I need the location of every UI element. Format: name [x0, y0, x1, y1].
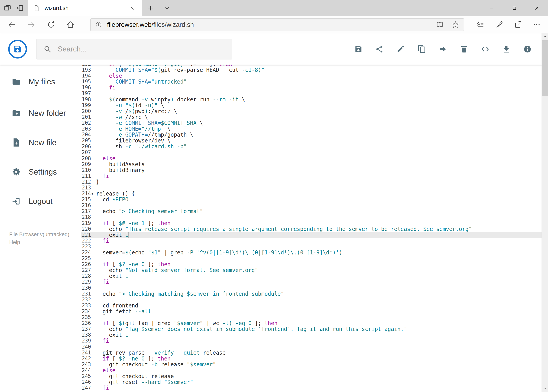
code-line-244[interactable]: 244 else — [81, 367, 541, 373]
sidebar-item-logout[interactable]: Logout — [0, 191, 81, 211]
sidebar-item-settings[interactable]: Settings — [0, 162, 81, 182]
favorites-hub-button[interactable] — [471, 18, 490, 32]
code-line-239[interactable]: 239 fi — [81, 338, 541, 344]
code-line-215[interactable]: 215 cd $REPO — [81, 196, 541, 202]
delete-button[interactable] — [458, 43, 470, 55]
home-button[interactable] — [61, 18, 80, 32]
code-line-206[interactable]: 206 sh -c "./wizard.sh -b" — [81, 143, 541, 149]
tab-close-icon[interactable] — [128, 4, 137, 13]
set-tabs-aside-icon[interactable] — [15, 4, 24, 13]
code-line-195[interactable]: 195 COMMIT_SHA="untracked" — [81, 79, 541, 84]
share-button[interactable] — [508, 18, 527, 32]
code-line-225[interactable]: 225 — [81, 255, 541, 261]
rename-button[interactable] — [395, 43, 406, 55]
code-line-241[interactable]: 241 git rev-parse --verify --quiet relea… — [81, 350, 541, 356]
new-tab-button[interactable] — [142, 0, 159, 16]
raw-editor-button[interactable] — [479, 43, 491, 55]
share-button[interactable] — [374, 43, 385, 55]
scrollbar-thumb[interactable] — [542, 40, 548, 96]
code-line-234[interactable]: 234 git fetch --all — [81, 308, 541, 314]
code-line-243[interactable]: 243 git checkout -b release "$semver" — [81, 362, 541, 367]
save-button[interactable] — [353, 43, 364, 55]
code-line-231[interactable]: 231 echo "> Checking matching $semver in… — [81, 291, 541, 297]
help-link[interactable]: Help — [9, 238, 69, 246]
search-input[interactable] — [57, 45, 225, 53]
code-line-204[interactable]: 204 -e GOPATH=//tmp/gopath \ — [81, 132, 541, 138]
favorite-star-icon[interactable] — [451, 21, 459, 28]
code-line-247[interactable]: 247 fi — [81, 385, 541, 391]
code-line-210[interactable]: 210 buildBinary — [81, 167, 541, 173]
code-line-220[interactable]: 220 echo "This release script requires a… — [81, 226, 541, 232]
info-button[interactable] — [522, 43, 533, 55]
code-line-197[interactable]: 197 — [81, 91, 541, 96]
browser-tab-active[interactable]: wizard.sh — [28, 0, 142, 16]
more-menu-button[interactable] — [527, 18, 546, 32]
code-line-242[interactable]: 242 if [ $? -ne 0 ]; then — [81, 356, 541, 362]
code-line-218[interactable]: 218 — [81, 214, 541, 220]
code-line-196[interactable]: 196 fi — [81, 84, 541, 91]
code-line-216[interactable]: 216 — [81, 202, 541, 208]
code-line-245[interactable]: 245 git checkout release — [81, 373, 541, 379]
code-line-203[interactable]: 203 -e HOME="//tmp" \ — [81, 126, 541, 132]
back-button[interactable] — [2, 18, 21, 32]
code-line-200[interactable]: 200 -v /$(pwd):/src:z \ — [81, 108, 541, 114]
code-line-201[interactable]: 201 -w //src \ — [81, 114, 541, 120]
url-text[interactable]: filebrowser.web/files/wizard.sh — [107, 21, 194, 28]
minimize-button[interactable] — [480, 0, 503, 16]
code-line-222[interactable]: 222 fi — [81, 238, 541, 244]
code-editor[interactable]: 192 if [ "$(command -v git)" != "" ]; th… — [81, 65, 541, 392]
code-line-199[interactable]: 199 -u "$(id -u)" \ — [81, 102, 541, 108]
address-bar[interactable]: filebrowser.web/files/wizard.sh — [90, 18, 464, 31]
code-line-217[interactable]: 217 echo "> Checking semver format" — [81, 208, 541, 214]
code-line-208[interactable]: 208 else — [81, 155, 541, 161]
sidebar-item-new-folder[interactable]: New folder — [0, 103, 81, 123]
code-line-246[interactable]: 246 git reset --hard "$semver" — [81, 379, 541, 385]
code-line-226[interactable]: 226 if [ $? -ne 0 ]; then — [81, 261, 541, 267]
filebrowser-logo[interactable] — [8, 40, 27, 58]
sidebar-item-my-files[interactable]: My files — [0, 71, 81, 92]
code-line-236[interactable]: 236 if [ $(git tag | grep "$semver" | wc… — [81, 320, 541, 326]
close-window-button[interactable] — [526, 0, 548, 16]
tab-preview-icon[interactable] — [3, 4, 12, 13]
code-line-209[interactable]: 209 buildAssets — [81, 161, 541, 167]
page-scrollbar[interactable] — [541, 33, 548, 392]
code-line-214[interactable]: 214▾release () { — [81, 191, 541, 196]
code-line-202[interactable]: 202 -e COMMIT_SHA=$COMMIT_SHA \ — [81, 120, 541, 126]
code-line-228[interactable]: 228 exit 1 — [81, 273, 541, 279]
code-line-232[interactable]: 232 — [81, 297, 541, 302]
sidebar-item-new-file[interactable]: New file — [0, 132, 81, 153]
ink-notes-button[interactable] — [490, 18, 508, 32]
forward-button[interactable] — [21, 18, 41, 32]
search-box[interactable] — [36, 39, 232, 59]
reading-view-icon[interactable] — [436, 21, 444, 28]
tab-list-chevron-icon[interactable] — [159, 0, 175, 16]
code-line-207[interactable]: 207 — [81, 149, 541, 155]
download-button[interactable] — [501, 43, 512, 55]
scroll-up-arrow-icon[interactable] — [542, 33, 548, 40]
code-line-221[interactable]: 221 exit 1 — [81, 232, 541, 238]
code-line-198[interactable]: 198 $(command -v winpty) docker run --rm… — [81, 97, 541, 102]
code-line-205[interactable]: 205 filebrowser/dev \ — [81, 138, 541, 143]
code-line-238[interactable]: 238 exit 1 — [81, 332, 541, 338]
refresh-button[interactable] — [41, 18, 61, 32]
site-info-icon[interactable] — [95, 21, 102, 28]
code-line-224[interactable]: 224 semver=$(echo "$1" | grep -P '^v(0|[… — [81, 250, 541, 255]
code-line-230[interactable]: 230 — [81, 285, 541, 291]
code-line-223[interactable]: 223 — [81, 244, 541, 250]
code-line-233[interactable]: 233 cd frontend — [81, 302, 541, 308]
fold-arrow-icon[interactable]: ▾ — [91, 191, 93, 196]
code-line-240[interactable]: 240 — [81, 344, 541, 350]
code-line-213[interactable]: 213 — [81, 185, 541, 191]
maximize-button[interactable] — [503, 0, 526, 16]
code-line-212[interactable]: 212} — [81, 179, 541, 185]
code-line-194[interactable]: 194 else — [81, 73, 541, 79]
copy-button[interactable] — [416, 43, 428, 55]
code-line-211[interactable]: 211 fi — [81, 173, 541, 179]
code-line-229[interactable]: 229 fi — [81, 279, 541, 285]
code-line-237[interactable]: 237 echo "Tag $semver does not exist in … — [81, 326, 541, 332]
code-line-235[interactable]: 235 — [81, 314, 541, 320]
code-line-219[interactable]: 219 if [ $# -ne 1 ]; then — [81, 220, 541, 226]
scroll-down-arrow-icon[interactable] — [542, 385, 548, 392]
code-line-193[interactable]: 193 COMMIT_SHA="$(git rev-parse HEAD | c… — [81, 67, 541, 73]
move-button[interactable] — [437, 43, 449, 55]
